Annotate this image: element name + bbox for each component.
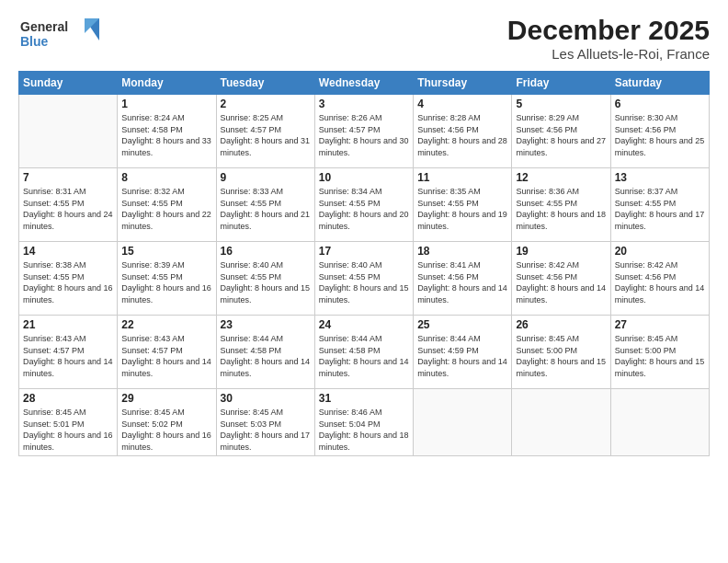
- table-row: 9Sunrise: 8:33 AM Sunset: 4:55 PM Daylig…: [216, 168, 314, 242]
- table-row: 20Sunrise: 8:42 AM Sunset: 4:56 PM Dayli…: [610, 242, 709, 316]
- day-info: Sunrise: 8:25 AM Sunset: 4:57 PM Dayligh…: [221, 112, 311, 158]
- day-info: Sunrise: 8:44 AM Sunset: 4:59 PM Dayligh…: [417, 333, 507, 379]
- table-row: [414, 389, 512, 456]
- day-info: Sunrise: 8:32 AM Sunset: 4:55 PM Dayligh…: [121, 186, 211, 232]
- day-info: Sunrise: 8:45 AM Sunset: 5:01 PM Dayligh…: [23, 407, 113, 453]
- table-row: 31Sunrise: 8:46 AM Sunset: 5:04 PM Dayli…: [314, 389, 413, 456]
- table-row: 11Sunrise: 8:35 AM Sunset: 4:55 PM Dayli…: [414, 168, 512, 242]
- logo: General Blue: [18, 15, 101, 59]
- table-row: 29Sunrise: 8:45 AM Sunset: 5:02 PM Dayli…: [118, 389, 216, 456]
- header: General Blue December 2025 Les Alluets-l…: [18, 15, 710, 62]
- title-block: December 2025 Les Alluets-le-Roi, France: [507, 15, 710, 62]
- table-row: 25Sunrise: 8:44 AM Sunset: 4:59 PM Dayli…: [414, 316, 512, 389]
- col-wednesday: Wednesday: [314, 72, 413, 95]
- table-row: 10Sunrise: 8:34 AM Sunset: 4:55 PM Dayli…: [314, 168, 413, 242]
- day-info: Sunrise: 8:34 AM Sunset: 4:55 PM Dayligh…: [319, 186, 409, 232]
- day-info: Sunrise: 8:43 AM Sunset: 4:57 PM Dayligh…: [23, 333, 113, 379]
- day-info: Sunrise: 8:37 AM Sunset: 4:55 PM Dayligh…: [615, 186, 705, 232]
- table-row: 17Sunrise: 8:40 AM Sunset: 4:55 PM Dayli…: [314, 242, 413, 316]
- calendar-table: Sunday Monday Tuesday Wednesday Thursday…: [18, 71, 710, 456]
- table-row: 3Sunrise: 8:26 AM Sunset: 4:57 PM Daylig…: [314, 95, 413, 168]
- table-row: 7Sunrise: 8:31 AM Sunset: 4:55 PM Daylig…: [19, 168, 118, 242]
- day-info: Sunrise: 8:41 AM Sunset: 4:56 PM Dayligh…: [417, 259, 507, 305]
- table-row: 1Sunrise: 8:24 AM Sunset: 4:58 PM Daylig…: [118, 95, 216, 168]
- col-friday: Friday: [512, 72, 610, 95]
- table-row: 30Sunrise: 8:45 AM Sunset: 5:03 PM Dayli…: [216, 389, 314, 456]
- day-number: 6: [615, 98, 705, 110]
- day-number: 22: [121, 318, 211, 331]
- day-info: Sunrise: 8:33 AM Sunset: 4:55 PM Dayligh…: [221, 186, 311, 232]
- day-info: Sunrise: 8:36 AM Sunset: 4:55 PM Dayligh…: [516, 186, 606, 232]
- day-info: Sunrise: 8:40 AM Sunset: 4:55 PM Dayligh…: [319, 259, 409, 305]
- day-info: Sunrise: 8:24 AM Sunset: 4:58 PM Dayligh…: [121, 112, 211, 158]
- day-number: 7: [23, 171, 113, 184]
- day-number: 18: [417, 245, 507, 258]
- day-number: 17: [319, 245, 409, 258]
- table-row: 22Sunrise: 8:43 AM Sunset: 4:57 PM Dayli…: [118, 316, 216, 389]
- page: General Blue December 2025 Les Alluets-l…: [0, 0, 728, 563]
- table-row: 28Sunrise: 8:45 AM Sunset: 5:01 PM Dayli…: [19, 389, 118, 456]
- day-info: Sunrise: 8:39 AM Sunset: 4:55 PM Dayligh…: [121, 259, 211, 305]
- table-row: 26Sunrise: 8:45 AM Sunset: 5:00 PM Dayli…: [512, 316, 610, 389]
- table-row: 13Sunrise: 8:37 AM Sunset: 4:55 PM Dayli…: [610, 168, 709, 242]
- day-number: 13: [615, 171, 705, 184]
- day-number: 1: [121, 98, 211, 110]
- day-number: 31: [319, 392, 409, 405]
- day-info: Sunrise: 8:45 AM Sunset: 5:00 PM Dayligh…: [615, 333, 705, 379]
- table-row: 15Sunrise: 8:39 AM Sunset: 4:55 PM Dayli…: [118, 242, 216, 316]
- day-number: 26: [516, 318, 606, 331]
- day-info: Sunrise: 8:43 AM Sunset: 4:57 PM Dayligh…: [121, 333, 211, 379]
- col-thursday: Thursday: [414, 72, 512, 95]
- day-number: 27: [615, 318, 705, 331]
- day-number: 9: [221, 171, 311, 184]
- day-number: 16: [221, 245, 311, 258]
- table-row: 6Sunrise: 8:30 AM Sunset: 4:56 PM Daylig…: [610, 95, 709, 168]
- table-row: 24Sunrise: 8:44 AM Sunset: 4:58 PM Dayli…: [314, 316, 413, 389]
- table-row: 27Sunrise: 8:45 AM Sunset: 5:00 PM Dayli…: [610, 316, 709, 389]
- day-number: 2: [221, 98, 311, 110]
- table-row: [610, 389, 709, 456]
- day-info: Sunrise: 8:38 AM Sunset: 4:55 PM Dayligh…: [23, 259, 113, 305]
- day-number: 30: [221, 392, 311, 405]
- table-row: [19, 95, 118, 168]
- day-info: Sunrise: 8:40 AM Sunset: 4:55 PM Dayligh…: [221, 259, 311, 305]
- day-info: Sunrise: 8:42 AM Sunset: 4:56 PM Dayligh…: [615, 259, 705, 305]
- day-number: 4: [417, 98, 507, 110]
- table-row: 23Sunrise: 8:44 AM Sunset: 4:58 PM Dayli…: [216, 316, 314, 389]
- day-info: Sunrise: 8:46 AM Sunset: 5:04 PM Dayligh…: [319, 407, 409, 453]
- day-number: 10: [319, 171, 409, 184]
- svg-text:Blue: Blue: [20, 34, 49, 49]
- col-tuesday: Tuesday: [216, 72, 314, 95]
- day-number: 28: [23, 392, 113, 405]
- col-saturday: Saturday: [610, 72, 709, 95]
- calendar-header-row: Sunday Monday Tuesday Wednesday Thursday…: [19, 72, 710, 95]
- table-row: 12Sunrise: 8:36 AM Sunset: 4:55 PM Dayli…: [512, 168, 610, 242]
- day-info: Sunrise: 8:35 AM Sunset: 4:55 PM Dayligh…: [417, 186, 507, 232]
- day-number: 29: [121, 392, 211, 405]
- day-number: 12: [516, 171, 606, 184]
- day-number: 14: [23, 245, 113, 258]
- day-info: Sunrise: 8:44 AM Sunset: 4:58 PM Dayligh…: [221, 333, 311, 379]
- day-info: Sunrise: 8:44 AM Sunset: 4:58 PM Dayligh…: [319, 333, 409, 379]
- table-row: 4Sunrise: 8:28 AM Sunset: 4:56 PM Daylig…: [414, 95, 512, 168]
- day-number: 11: [417, 171, 507, 184]
- table-row: [512, 389, 610, 456]
- day-info: Sunrise: 8:45 AM Sunset: 5:00 PM Dayligh…: [516, 333, 606, 379]
- day-info: Sunrise: 8:42 AM Sunset: 4:56 PM Dayligh…: [516, 259, 606, 305]
- day-info: Sunrise: 8:28 AM Sunset: 4:56 PM Dayligh…: [417, 112, 507, 158]
- location: Les Alluets-le-Roi, France: [507, 46, 710, 62]
- day-number: 24: [319, 318, 409, 331]
- month-year: December 2025: [507, 15, 710, 46]
- day-number: 25: [417, 318, 507, 331]
- logo-text: General Blue: [18, 15, 101, 59]
- table-row: 19Sunrise: 8:42 AM Sunset: 4:56 PM Dayli…: [512, 242, 610, 316]
- day-number: 23: [221, 318, 311, 331]
- table-row: 16Sunrise: 8:40 AM Sunset: 4:55 PM Dayli…: [216, 242, 314, 316]
- table-row: 5Sunrise: 8:29 AM Sunset: 4:56 PM Daylig…: [512, 95, 610, 168]
- table-row: 8Sunrise: 8:32 AM Sunset: 4:55 PM Daylig…: [118, 168, 216, 242]
- day-info: Sunrise: 8:26 AM Sunset: 4:57 PM Dayligh…: [319, 112, 409, 158]
- day-number: 20: [615, 245, 705, 258]
- day-number: 8: [121, 171, 211, 184]
- day-info: Sunrise: 8:45 AM Sunset: 5:02 PM Dayligh…: [121, 407, 211, 453]
- table-row: 14Sunrise: 8:38 AM Sunset: 4:55 PM Dayli…: [19, 242, 118, 316]
